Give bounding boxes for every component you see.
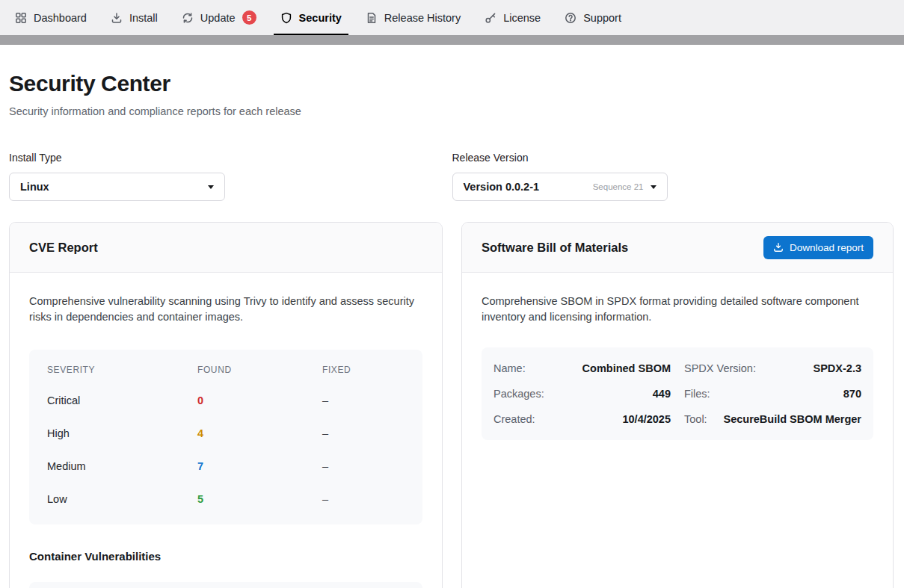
column-header-severity: SEVERITY	[47, 365, 197, 375]
download-report-button[interactable]: Download report	[763, 236, 873, 259]
license-key-icon	[485, 12, 496, 24]
nav-tab-dashboard[interactable]: Dashboard	[3, 0, 99, 35]
found-count: 5	[197, 493, 322, 505]
cve-report-card: CVE Report Comprehensive vulnerability s…	[9, 222, 443, 588]
sbom-field-name: Name: Combined SBOM	[493, 362, 671, 374]
chevron-down-icon	[208, 185, 214, 189]
nav-label: Update	[200, 12, 236, 24]
release-version-value: Version 0.0.2-1	[464, 181, 540, 193]
sbom-card-header: Software Bill of Materials Download repo…	[462, 223, 893, 273]
nav-label: Install	[129, 12, 158, 24]
fixed-count: –	[322, 427, 405, 439]
sbom-row: Name: Combined SBOM SPDX Version: SPDX-2…	[493, 356, 861, 381]
severity-row-medium: Medium 7 –	[29, 450, 422, 483]
sbom-description: Comprehensive SBOM in SPDX format provid…	[482, 294, 873, 325]
found-count: 0	[197, 394, 322, 406]
nav-tab-release-history[interactable]: Release History	[354, 0, 473, 35]
fixed-count: –	[322, 460, 405, 472]
found-count: 7	[197, 460, 322, 472]
install-type-label: Install Type	[9, 152, 452, 164]
support-help-icon	[565, 12, 576, 24]
field-label: Packages:	[493, 388, 544, 400]
page-divider-band	[0, 35, 904, 45]
nav-tab-update[interactable]: Update 5	[170, 0, 268, 35]
column-header-fixed: FIXED	[322, 365, 405, 375]
download-icon	[773, 242, 784, 253]
update-count-badge: 5	[242, 10, 256, 25]
severity-table: SEVERITY FOUND FIXED Critical 0 – High 4…	[29, 350, 422, 524]
severity-table-header: SEVERITY FOUND FIXED	[29, 356, 422, 384]
sbom-card-title: Software Bill of Materials	[482, 241, 628, 255]
install-download-icon	[111, 12, 123, 24]
security-shield-icon	[280, 12, 292, 24]
sbom-field-created: Created: 10/4/2025	[493, 413, 671, 425]
sbom-card: Software Bill of Materials Download repo…	[461, 222, 894, 588]
nav-tab-license[interactable]: License	[473, 0, 553, 35]
main-content: Security Center Security information and…	[0, 71, 904, 588]
page-title: Security Center	[9, 71, 895, 96]
field-label: Created:	[493, 413, 535, 425]
field-value: Combined SBOM	[575, 362, 671, 374]
sbom-info-table: Name: Combined SBOM SPDX Version: SPDX-2…	[482, 347, 873, 440]
release-version-select[interactable]: Version 0.0.2-1 Sequence 21	[452, 173, 668, 201]
dashboard-grid-icon	[15, 12, 27, 24]
release-history-document-icon	[366, 12, 378, 24]
chevron-down-icon	[651, 185, 657, 189]
field-value: 10/4/2025	[615, 413, 671, 425]
install-type-select[interactable]: Linux	[9, 173, 225, 201]
cve-card-title: CVE Report	[29, 241, 98, 255]
field-label: SPDX Version:	[684, 362, 756, 374]
nav-label: Security	[299, 12, 342, 24]
container-vulnerabilities-table-header: NAME FOUND FIXED	[29, 582, 422, 588]
nav-label: Dashboard	[34, 12, 87, 24]
fixed-count: –	[322, 493, 405, 505]
nav-label: Support	[583, 12, 621, 24]
sbom-row: Packages: 449 Files: 870	[493, 381, 861, 406]
fixed-count: –	[322, 394, 405, 406]
report-cards: CVE Report Comprehensive vulnerability s…	[9, 222, 895, 588]
sbom-field-spdx-version: SPDX Version: SPDX-2.3	[684, 362, 861, 374]
release-version-filter: Release Version Version 0.0.2-1 Sequence…	[452, 152, 896, 201]
severity-row-high: High 4 –	[29, 417, 422, 450]
nav-label: License	[503, 12, 541, 24]
severity-label: Critical	[47, 394, 197, 406]
field-label: Tool:	[684, 413, 707, 425]
install-type-filter: Install Type Linux	[9, 152, 452, 201]
column-header-found: FOUND	[197, 365, 322, 375]
sbom-field-tool: Tool: SecureBuild SBOM Merger	[684, 413, 861, 425]
sbom-field-files: Files: 870	[684, 388, 861, 400]
download-report-label: Download report	[790, 242, 864, 253]
cve-card-header: CVE Report	[10, 223, 442, 273]
severity-row-critical: Critical 0 –	[29, 384, 422, 417]
release-version-label: Release Version	[452, 152, 896, 164]
top-navigation: Dashboard Install Update 5 Security Rele…	[0, 0, 904, 35]
cve-description: Comprehensive vulnerability scanning usi…	[29, 294, 422, 325]
field-label: Name:	[493, 362, 526, 374]
install-type-value: Linux	[20, 181, 49, 193]
nav-tab-security[interactable]: Security	[268, 0, 354, 35]
field-value: SPDX-2.3	[806, 362, 861, 374]
sbom-row: Created: 10/4/2025 Tool: SecureBuild SBO…	[493, 406, 861, 432]
found-count: 4	[197, 427, 322, 439]
field-value: 449	[645, 388, 671, 400]
nav-tab-install[interactable]: Install	[99, 0, 170, 35]
field-value: 870	[836, 388, 861, 400]
update-refresh-icon	[182, 12, 194, 24]
nav-label: Release History	[384, 12, 461, 24]
page-subtitle: Security information and compliance repo…	[9, 105, 895, 117]
severity-label: Low	[47, 493, 197, 505]
field-label: Files:	[684, 388, 710, 400]
sbom-card-body: Comprehensive SBOM in SPDX format provid…	[462, 273, 893, 461]
nav-tab-support[interactable]: Support	[553, 0, 633, 35]
severity-row-low: Low 5 –	[29, 483, 422, 516]
container-vulnerabilities-title: Container Vulnerabilities	[29, 550, 422, 563]
cve-card-body: Comprehensive vulnerability scanning usi…	[10, 273, 442, 588]
filters-row: Install Type Linux Release Version Versi…	[9, 152, 895, 201]
field-value: SecureBuild SBOM Merger	[716, 413, 861, 425]
severity-label: High	[47, 427, 197, 439]
severity-label: Medium	[47, 460, 197, 472]
release-sequence-text: Sequence 21	[593, 182, 644, 191]
sbom-field-packages: Packages: 449	[493, 388, 671, 400]
